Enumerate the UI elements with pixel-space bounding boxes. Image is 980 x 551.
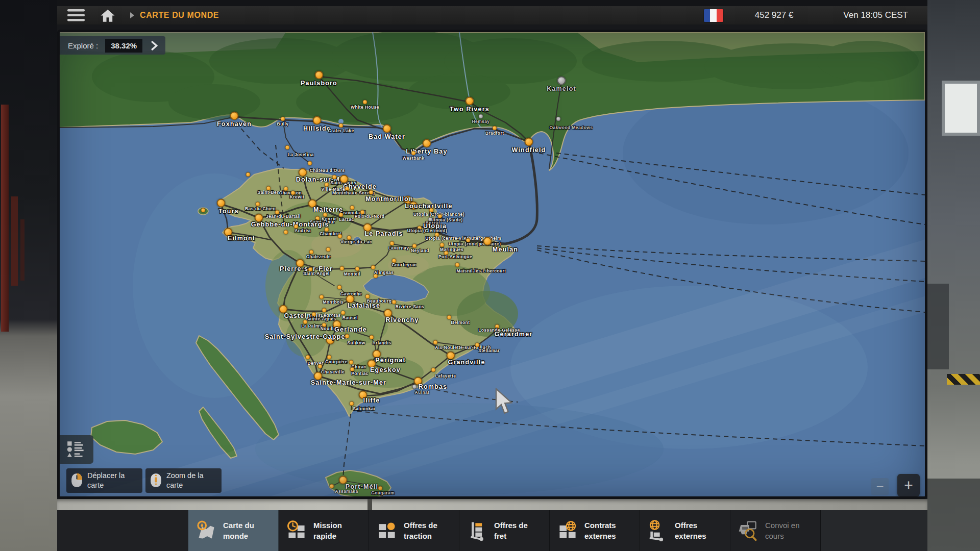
city-dot[interactable] [217,199,226,208]
poi-dot[interactable] [355,267,360,271]
garage-scene-top [57,0,927,6]
city-dot[interactable] [341,311,346,315]
city-label: Meulan [493,246,518,253]
city-label: Lavernay [388,245,409,251]
zoom-out-button[interactable]: − [871,478,889,495]
city-label: Sainte-Marie-sur-Mer [311,379,386,386]
city-label: Gérardmer [495,331,533,338]
home-icon[interactable] [100,9,115,22]
city-dot[interactable] [340,266,345,271]
tab-external-contracts[interactable]: Contrats externes [550,510,640,551]
city-label: Rombas [419,383,448,390]
city-label: Stellamar [478,348,500,353]
city-label: Chaseville [321,369,345,374]
city-dot[interactable] [412,385,417,389]
city-dot[interactable] [330,484,334,489]
city-label: Foxhaven [217,120,252,128]
map-legend-button[interactable] [60,435,93,464]
garage-scene-left [0,0,57,551]
city-label: Vierge-du-Lac [340,239,372,244]
city-dot[interactable] [318,364,323,369]
poi-dot[interactable] [326,247,331,252]
city-dot[interactable] [306,355,310,360]
city-label: Windfield [512,146,546,154]
city-dot[interactable] [455,263,460,267]
garage-window [942,81,980,136]
city-dot[interactable] [339,123,344,128]
city-dot[interactable] [322,308,327,313]
city-label: Bad Water [369,133,405,140]
city-dot[interactable] [370,335,374,340]
explored-expand-button[interactable] [151,41,158,51]
city-dot[interactable] [465,97,474,106]
city-dot[interactable] [350,206,355,210]
tab-label-line1: Offres [675,520,706,531]
city-dot[interactable] [447,315,452,320]
city-dot[interactable] [525,138,533,146]
menu-icon[interactable] [67,9,85,21]
garage-rack [20,219,24,281]
city-label: Montmorillon [365,195,413,203]
tab-label-line2: cours [765,531,800,541]
world-map[interactable]: PaulsboroWhite HouseTwo RiversKamelotHem… [57,30,927,499]
top-bar: CARTE DU MONDE 452 927 € Ven 18:05 CEST [57,6,927,24]
explored-label: Exploré : [68,41,98,50]
city-dot[interactable] [383,124,391,133]
tab-label-line1: Carte du [223,520,254,531]
tab-traction-offers[interactable]: Offres de traction [369,510,459,551]
city-dot[interactable] [423,139,431,148]
city-label: Poix-du-Nord [355,214,385,219]
poi-dot[interactable] [201,208,206,213]
city-dot[interactable] [483,237,492,246]
pan-hint-label: Déplacer la carte [87,471,136,490]
city-dot[interactable] [308,161,312,166]
hand-truck-icon [466,519,488,542]
city-dot[interactable] [411,151,416,156]
poi-dot[interactable] [369,190,374,195]
city-dot[interactable] [320,295,324,299]
poi-dot[interactable] [338,234,342,239]
city-label: Bradfort [485,131,504,136]
garage-shadow [927,479,980,551]
city-label: Paulsboro [301,80,337,87]
poi-dot[interactable] [374,274,378,279]
tab-freight-offers[interactable]: Offres de fret [459,510,550,551]
tab-external-offers[interactable]: Offres externes [640,510,730,551]
city-dot[interactable] [557,77,566,85]
city-label: Sulików [348,340,365,345]
city-dot[interactable] [315,71,324,80]
city-dot[interactable] [285,145,290,150]
city-dot[interactable] [281,117,285,121]
city-dot[interactable] [493,126,497,131]
city-dot[interactable] [340,175,349,184]
city-label: Rivenchy [385,316,419,323]
city-dot[interactable] [431,368,436,372]
city-label: Sainte-Agnès [306,316,336,321]
poi-dot[interactable] [246,172,251,177]
city-label: Eilmont [228,235,255,242]
city-dot[interactable] [230,112,239,120]
city-dot[interactable] [332,175,337,180]
city-dot[interactable] [313,116,322,125]
poi-dot[interactable] [284,230,288,235]
city-label: Saint-Angel [303,271,330,276]
city-dot[interactable] [337,285,342,290]
zoom-in-button[interactable]: + [897,474,920,496]
city-dot[interactable] [556,117,561,121]
city-dot[interactable] [433,340,438,345]
city-dot[interactable] [371,265,376,270]
city-dot[interactable] [345,334,350,339]
city-dot[interactable] [363,100,368,105]
city-label: Krewit [290,194,304,199]
city-label: Two Rivers [450,106,489,113]
city-dot[interactable] [479,114,483,119]
tab-quick-job[interactable]: Mission rapide [279,510,369,551]
city-dot[interactable] [350,402,354,406]
city-label: Port-Aelvingue [438,254,472,259]
tab-world-map[interactable]: Carte du monde [188,510,279,551]
cargo-grid-icon [376,519,398,542]
city-dot[interactable] [475,343,480,347]
floor-line [368,499,372,510]
city-dot[interactable] [299,168,307,177]
city-label: Egeskov [370,366,401,373]
